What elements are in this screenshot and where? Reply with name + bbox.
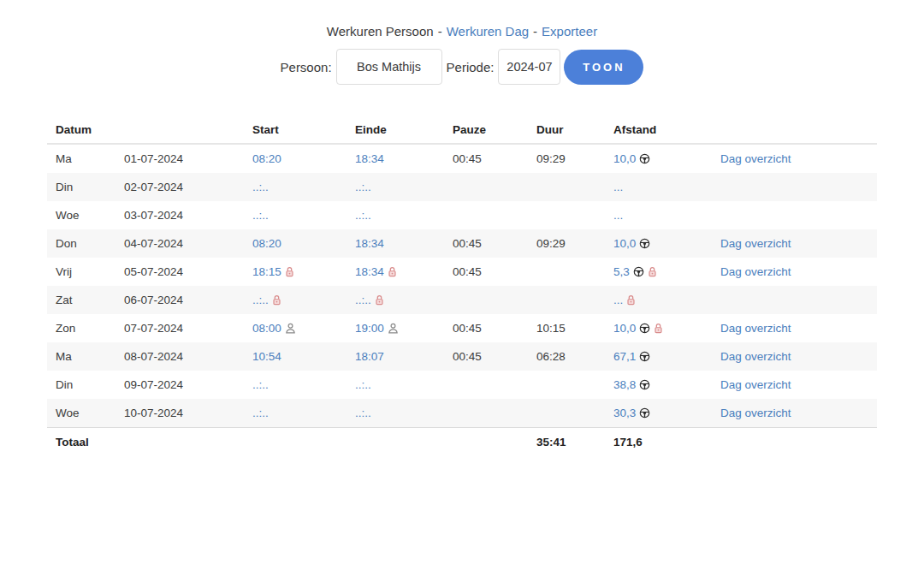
- start-cell: 18:15: [252, 258, 355, 286]
- start-link[interactable]: ..:..: [252, 209, 269, 222]
- werkuren-table: DatumStartEindePauzeDuurAfstand Ma01-07-…: [47, 116, 877, 456]
- start-link[interactable]: 08:00: [252, 322, 281, 335]
- lock-icon: [654, 323, 663, 334]
- dag-overzicht-link[interactable]: Dag overzicht: [720, 322, 791, 335]
- afstand-link[interactable]: 10,0: [613, 237, 636, 250]
- dag-overzicht-link[interactable]: Dag overzicht: [720, 152, 791, 165]
- afstand-cell: ...: [613, 286, 720, 314]
- date-cell: 01-07-2024: [124, 144, 252, 173]
- einde-cell: ..:..: [355, 371, 453, 399]
- start-link[interactable]: ..:..: [252, 378, 269, 391]
- einde-link[interactable]: 18:07: [355, 350, 384, 363]
- title-separator: -: [438, 24, 442, 39]
- afstand-cell: ...: [613, 201, 720, 229]
- afstand-link[interactable]: 10,0: [613, 322, 636, 335]
- afstand-cell: 10,0: [613, 314, 720, 342]
- start-link[interactable]: 10:54: [252, 350, 281, 363]
- col-header-afstand: Afstand: [613, 116, 720, 144]
- start-link[interactable]: ..:..: [252, 407, 269, 419]
- einde-cell: ..:..: [355, 286, 453, 314]
- date-cell: 03-07-2024: [124, 201, 252, 229]
- pauze-cell: 00:45: [453, 229, 536, 258]
- start-cell: 08:20: [252, 144, 355, 173]
- date-cell: 02-07-2024: [124, 173, 252, 201]
- einde-link[interactable]: ..:..: [355, 209, 371, 222]
- total-duur: 35:41: [536, 428, 613, 457]
- col-header-empty: [720, 116, 877, 144]
- afstand-link[interactable]: 5,3: [613, 265, 630, 278]
- einde-cell: 18:34: [355, 258, 453, 286]
- afstand-link[interactable]: 30,3: [613, 407, 636, 419]
- start-link[interactable]: 18:15: [252, 265, 281, 278]
- duur-cell: 09:29: [536, 144, 613, 173]
- afstand-link[interactable]: ...: [613, 209, 623, 222]
- afstand-cell: 10,0: [613, 144, 720, 173]
- day-overview-cell: [720, 201, 877, 229]
- start-link[interactable]: ..:..: [252, 181, 269, 193]
- afstand-link[interactable]: ...: [613, 294, 623, 306]
- duur-cell: [536, 201, 613, 229]
- steering-wheel-icon: [639, 323, 650, 334]
- total-label: Totaal: [47, 428, 124, 457]
- start-cell: ..:..: [252, 173, 355, 201]
- einde-link[interactable]: ..:..: [355, 378, 371, 391]
- link-exporteer[interactable]: Exporteer: [542, 24, 597, 39]
- einde-link[interactable]: ..:..: [355, 294, 371, 306]
- dag-overzicht-link[interactable]: Dag overzicht: [720, 407, 791, 419]
- toon-button[interactable]: TOON: [564, 50, 643, 85]
- table-row: Zat06-07-2024..:....:.....: [47, 286, 877, 314]
- pauze-cell: 00:45: [453, 342, 536, 371]
- afstand-link[interactable]: 38,8: [613, 378, 636, 391]
- einde-link[interactable]: 18:34: [355, 237, 384, 250]
- afstand-link[interactable]: ...: [613, 181, 623, 193]
- day-cell: Zon: [47, 314, 124, 342]
- pauze-cell: 00:45: [453, 144, 536, 173]
- day-overview-cell: Dag overzicht: [720, 144, 877, 173]
- lock-icon: [285, 266, 294, 277]
- table-row: Ma08-07-202410:5418:0700:4506:2867,1Dag …: [47, 342, 877, 371]
- afstand-cell: 30,3: [613, 399, 720, 428]
- einde-link[interactable]: ..:..: [355, 181, 371, 193]
- persoon-input[interactable]: [336, 49, 442, 85]
- einde-link[interactable]: 18:34: [355, 152, 384, 165]
- day-cell: Vrij: [47, 258, 124, 286]
- page-title-current: Werkuren Persoon: [327, 24, 434, 39]
- pauze-cell: 00:45: [453, 258, 536, 286]
- day-overview-cell: [720, 173, 877, 201]
- periode-input[interactable]: [498, 49, 560, 85]
- einde-link[interactable]: ..:..: [355, 407, 371, 419]
- pauze-cell: 00:45: [453, 314, 536, 342]
- start-link[interactable]: 08:20: [252, 237, 281, 250]
- einde-link[interactable]: 19:00: [355, 322, 384, 335]
- dag-overzicht-link[interactable]: Dag overzicht: [720, 237, 791, 250]
- day-cell: Din: [47, 371, 124, 399]
- title-separator: -: [533, 24, 537, 39]
- start-link[interactable]: ..:..: [252, 294, 269, 306]
- einde-cell: ..:..: [355, 399, 453, 428]
- afstand-link[interactable]: 10,0: [613, 152, 636, 165]
- col-header-datum: Datum: [47, 116, 124, 144]
- start-link[interactable]: 08:20: [252, 152, 281, 165]
- start-cell: ..:..: [252, 201, 355, 229]
- einde-link[interactable]: 18:34: [355, 265, 384, 278]
- afstand-cell: 10,0: [613, 229, 720, 258]
- col-header-duur: Duur: [536, 116, 613, 144]
- afstand-link[interactable]: 67,1: [613, 350, 636, 363]
- table-row: Din02-07-2024..:....:.....: [47, 173, 877, 201]
- dag-overzicht-link[interactable]: Dag overzicht: [720, 265, 791, 278]
- date-cell: 05-07-2024: [124, 258, 252, 286]
- date-cell: 09-07-2024: [124, 371, 252, 399]
- col-header-pauze: Pauze: [453, 116, 536, 144]
- start-cell: 08:20: [252, 229, 355, 258]
- dag-overzicht-link[interactable]: Dag overzicht: [720, 350, 791, 363]
- dag-overzicht-link[interactable]: Dag overzicht: [720, 378, 791, 391]
- lock-icon: [272, 294, 281, 306]
- afstand-cell: ...: [613, 173, 720, 201]
- link-werkuren-dag[interactable]: Werkuren Dag: [447, 24, 529, 39]
- steering-wheel-icon: [639, 153, 650, 164]
- day-overview-cell: [720, 286, 877, 314]
- start-cell: ..:..: [252, 286, 355, 314]
- table-row: Zon07-07-202408:0019:0000:4510:1510,0Dag…: [47, 314, 877, 342]
- steering-wheel-icon: [633, 266, 644, 277]
- lock-icon: [626, 294, 636, 306]
